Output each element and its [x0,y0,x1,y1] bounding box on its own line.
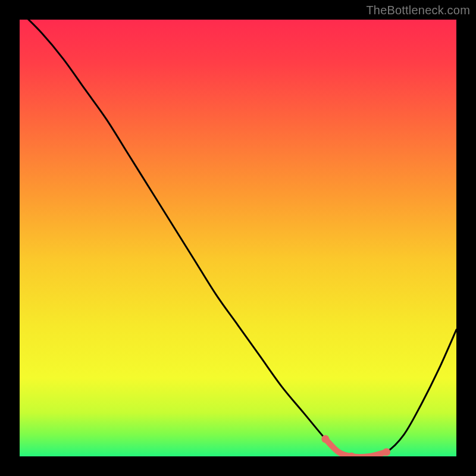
svg-rect-0 [20,20,456,456]
plot-area [20,20,456,456]
chart-frame: TheBottleneck.com [0,0,476,476]
background-gradient [20,20,456,456]
watermark-text: TheBottleneck.com [366,4,470,17]
